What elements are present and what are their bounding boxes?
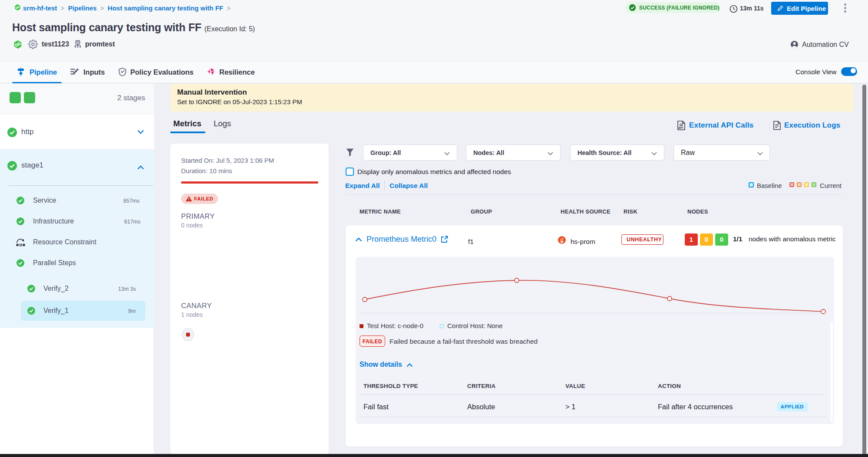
svg-text:API: API: [678, 126, 683, 129]
